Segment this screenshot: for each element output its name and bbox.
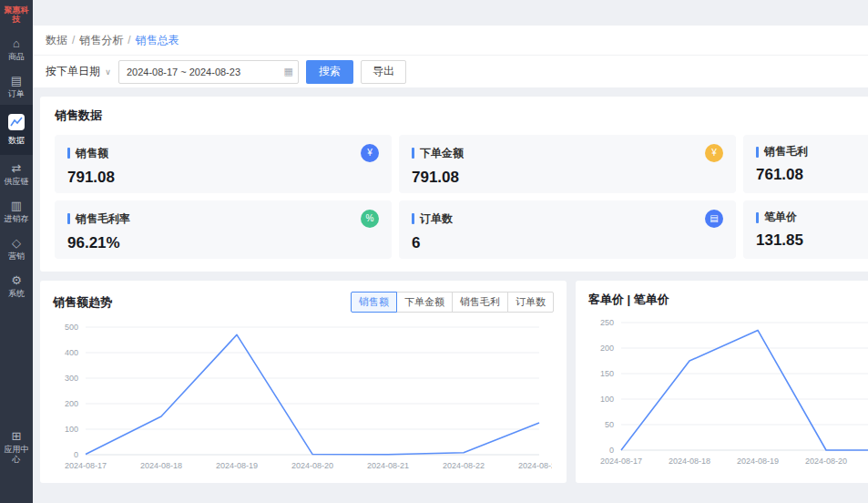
- sales-trend-card: 销售额趋势 销售额 下单金额 销售毛利 订单数 0100200300400500…: [40, 281, 567, 483]
- accent-bar: [756, 212, 759, 223]
- sidebar-item-app-center[interactable]: ⊞ 应用中心: [0, 423, 33, 470]
- svg-text:2024-08-19: 2024-08-19: [216, 461, 258, 470]
- svg-text:2024-08-17: 2024-08-17: [600, 457, 642, 466]
- svg-text:400: 400: [65, 348, 78, 357]
- sales-data-title: 销售数据: [55, 108, 868, 124]
- yuan-icon: ¥: [705, 144, 723, 162]
- date-range-input[interactable]: [118, 60, 299, 84]
- svg-text:2024-08-19: 2024-08-19: [737, 457, 779, 466]
- sidebar-item-products[interactable]: ⌂ 商品: [0, 30, 33, 67]
- breadcrumb-item-data[interactable]: 数据: [46, 33, 67, 48]
- date-type-dropdown[interactable]: 按下单日期 ∨: [46, 64, 111, 79]
- stat-value: 6: [412, 234, 723, 252]
- charts-row: 销售额趋势 销售额 下单金额 销售毛利 订单数 0100200300400500…: [40, 281, 868, 483]
- avg-price-chart: 0501001502002502024-08-172024-08-182024-…: [588, 313, 868, 470]
- stat-label: 下单金额: [420, 146, 464, 161]
- stat-card-order-amount: 下单金额 ¥ 791.08: [399, 135, 736, 193]
- marketing-icon: ◇: [0, 236, 33, 250]
- date-range-picker: ▦: [118, 60, 299, 84]
- stat-card-gross-margin: 销售毛利率 % 96.21%: [55, 200, 392, 259]
- svg-text:0: 0: [74, 450, 78, 459]
- sidebar-item-supply-chain[interactable]: ⇄ 供应链: [0, 155, 33, 192]
- stat-value: 791.08: [67, 169, 379, 187]
- stat-label: 订单数: [420, 211, 453, 227]
- svg-text:2024-08-18: 2024-08-18: [140, 461, 182, 470]
- trend-metric-tabs: 销售额 下单金额 销售毛利 订单数: [351, 292, 554, 313]
- logo: 聚惠科技: [0, 0, 33, 30]
- svg-text:100: 100: [65, 425, 78, 434]
- stat-label: 笔单价: [764, 210, 797, 225]
- sidebar-item-orders[interactable]: ▤ 订单: [0, 67, 33, 105]
- main-area: 数据 / 销售分析 / 销售总表 新手引导 按下单日期 ∨: [33, 0, 868, 503]
- avg-price-card: 客单价 | 笔单价 0501001502002502024-08-172024-…: [576, 281, 868, 483]
- trend-tab-gross-profit[interactable]: 销售毛利: [452, 292, 508, 313]
- chevron-down-icon: ∨: [105, 67, 111, 77]
- search-button[interactable]: 搜索: [306, 60, 353, 84]
- app-center-icon: ⊞: [0, 429, 33, 443]
- svg-text:2024-08-22: 2024-08-22: [443, 461, 485, 470]
- sidebar-item-inventory[interactable]: ▥ 进销存: [0, 192, 33, 230]
- system-gear-icon: ⚙: [0, 273, 33, 287]
- sales-trend-title: 销售额趋势: [53, 294, 112, 311]
- svg-text:100: 100: [600, 395, 614, 404]
- avg-price-title: 客单价 | 笔单价: [588, 292, 669, 308]
- sales-trend-chart: 01002003004005002024-08-172024-08-182024…: [53, 318, 552, 475]
- svg-text:200: 200: [65, 399, 78, 408]
- svg-text:200: 200: [600, 344, 614, 353]
- export-button[interactable]: 导出: [361, 60, 406, 84]
- accent-bar: [412, 213, 414, 224]
- yuan-icon: ¥: [361, 144, 379, 162]
- date-type-label: 按下单日期: [46, 65, 100, 77]
- stat-value: 791.08: [412, 169, 723, 187]
- percent-icon: %: [361, 210, 379, 228]
- product-icon: ⌂: [0, 36, 33, 50]
- app-root: 聚惠科技 ⌂ 商品 ▤ 订单 数据 ⇄ 供应链 ▥ 进销存 ◇ 营销 ⚙: [0, 0, 868, 503]
- stat-card-gross-profit: 销售毛利 761.08: [743, 135, 868, 193]
- svg-text:500: 500: [65, 323, 78, 332]
- trend-tab-order-amount[interactable]: 下单金额: [396, 292, 453, 313]
- breadcrumb-item-sales-summary: 销售总表: [136, 33, 179, 48]
- accent-bar: [756, 147, 759, 158]
- stat-card-order-count: 订单数 ▤ 6: [399, 200, 736, 259]
- svg-text:0: 0: [609, 446, 614, 455]
- trend-tab-order-count[interactable]: 订单数: [507, 292, 554, 313]
- svg-text:300: 300: [65, 374, 78, 383]
- filter-bar: 按下单日期 ∨ ▦ 搜索 导出: [33, 55, 868, 87]
- supply-chain-icon: ⇄: [0, 161, 33, 175]
- data-chart-icon: [8, 114, 25, 130]
- svg-text:2024-08-20: 2024-08-20: [805, 457, 847, 466]
- sidebar: 聚惠科技 ⌂ 商品 ▤ 订单 数据 ⇄ 供应链 ▥ 进销存 ◇ 营销 ⚙: [0, 0, 33, 503]
- orders-icon: ▤: [0, 74, 33, 87]
- sales-data-card: 销售数据 销售额 ¥ 791.08 下单金额 ¥ 7: [40, 97, 868, 272]
- stat-card-avg-order-price: 笔单价 131.85: [743, 200, 868, 259]
- top-spacer: [33, 0, 868, 26]
- trend-tab-sales-amount[interactable]: 销售额: [351, 292, 397, 313]
- svg-text:2024-08-17: 2024-08-17: [65, 461, 107, 470]
- sidebar-item-system[interactable]: ⚙ 系统: [0, 267, 33, 304]
- breadcrumb-separator: /: [72, 34, 75, 46]
- stat-value: 96.21%: [67, 234, 379, 252]
- inventory-icon: ▥: [0, 199, 33, 212]
- svg-text:150: 150: [600, 369, 614, 378]
- breadcrumb-item-sales-analysis[interactable]: 销售分析: [79, 33, 123, 48]
- stat-card-sales-amount: 销售额 ¥ 791.08: [55, 135, 392, 193]
- svg-text:2024-08-23: 2024-08-23: [518, 461, 552, 470]
- svg-text:2024-08-18: 2024-08-18: [669, 457, 710, 466]
- breadcrumb-separator: /: [128, 34, 130, 46]
- stat-label: 销售额: [76, 146, 108, 161]
- breadcrumb-bar: 数据 / 销售分析 / 销售总表 新手引导: [33, 26, 868, 55]
- accent-bar: [67, 148, 70, 159]
- stats-grid: 销售额 ¥ 791.08 下单金额 ¥ 791.08: [55, 135, 868, 259]
- stat-value: 761.08: [756, 166, 868, 184]
- stat-label: 销售毛利: [764, 144, 808, 159]
- sidebar-item-marketing[interactable]: ◇ 营销: [0, 230, 33, 267]
- stat-label: 销售毛利率: [76, 211, 130, 227]
- svg-text:2024-08-21: 2024-08-21: [367, 461, 409, 470]
- calendar-icon[interactable]: ▦: [284, 66, 293, 77]
- stat-value: 131.85: [756, 231, 868, 250]
- svg-text:250: 250: [600, 318, 614, 327]
- svg-text:2024-08-20: 2024-08-20: [291, 461, 333, 470]
- sidebar-item-data[interactable]: 数据: [0, 105, 33, 155]
- accent-bar: [67, 213, 70, 224]
- accent-bar: [412, 148, 414, 159]
